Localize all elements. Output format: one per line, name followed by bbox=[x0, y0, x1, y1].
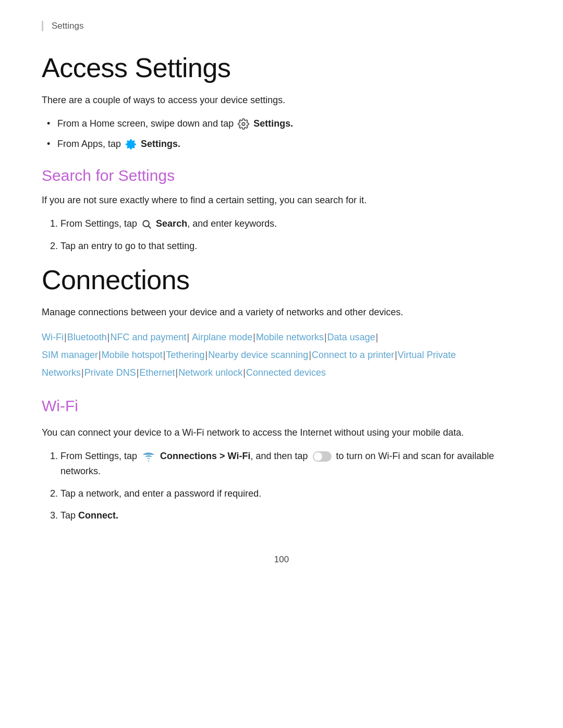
search-step1-suffix: , and enter keywords. bbox=[187, 218, 277, 229]
svg-point-0 bbox=[242, 122, 245, 126]
link-mobile-networks[interactable]: Mobile networks bbox=[256, 332, 324, 342]
link-hotspot[interactable]: Mobile hotspot bbox=[102, 350, 163, 360]
wifi-step3-prefix: Tap bbox=[60, 510, 76, 521]
link-ethernet[interactable]: Ethernet bbox=[139, 367, 175, 378]
search-step1-prefix: From Settings, tap bbox=[60, 218, 137, 229]
link-nfc[interactable]: NFC and payment bbox=[110, 332, 186, 342]
link-airplane[interactable]: Airplane mode bbox=[192, 332, 252, 342]
bullet2-bold: Settings. bbox=[141, 139, 180, 149]
bullet1-bold: Settings. bbox=[253, 118, 293, 129]
link-dns[interactable]: Private DNS bbox=[84, 367, 136, 378]
wifi-step-2: Tap a network, and enter a password if r… bbox=[60, 486, 521, 501]
svg-point-4 bbox=[148, 461, 149, 462]
breadcrumb: Settings bbox=[42, 21, 521, 31]
search-settings-intro: If you are not sure exactly where to fin… bbox=[42, 193, 521, 208]
wifi-step-3: Tap Connect. bbox=[60, 508, 521, 523]
link-wifi[interactable]: Wi-Fi bbox=[42, 332, 64, 342]
search-step1-bold: Search bbox=[156, 218, 187, 229]
search-step-1: From Settings, tap Search, and enter key… bbox=[60, 216, 521, 231]
toggle-icon bbox=[313, 451, 332, 462]
bullet-item-2: From Apps, tap Settings. bbox=[47, 137, 521, 152]
search-step-2: Tap an entry to go to that setting. bbox=[60, 239, 521, 254]
wifi-section-title: Wi-Fi bbox=[42, 397, 521, 415]
link-bluetooth[interactable]: Bluetooth bbox=[67, 332, 107, 342]
gear-icon-colored bbox=[125, 139, 137, 150]
search-settings-title: Search for Settings bbox=[42, 167, 521, 184]
wifi-step1-prefix: From Settings, tap bbox=[60, 451, 137, 461]
wifi-step-1: From Settings, tap Connections > Wi-Fi, … bbox=[60, 449, 521, 479]
connections-intro: Manage connections between your device a… bbox=[42, 305, 521, 320]
search-icon bbox=[141, 219, 152, 229]
access-settings-bullets: From a Home screen, swipe down and tap S… bbox=[42, 116, 521, 152]
link-nearby[interactable]: Nearby device scanning bbox=[208, 350, 308, 360]
wifi-step1-middle: , and then tap bbox=[250, 451, 308, 461]
bullet-item-1: From a Home screen, swipe down and tap S… bbox=[47, 116, 521, 131]
wifi-icon bbox=[142, 450, 155, 463]
link-data-usage[interactable]: Data usage bbox=[327, 332, 375, 342]
bullet2-prefix: From Apps, tap bbox=[57, 139, 121, 149]
connections-title: Connections bbox=[42, 264, 521, 295]
link-connected-devices[interactable]: Connected devices bbox=[246, 367, 326, 378]
wifi-section-intro: You can connect your device to a Wi-Fi n… bbox=[42, 425, 521, 440]
wifi-step3-bold: Connect. bbox=[78, 510, 118, 521]
link-network-unlock[interactable]: Network unlock bbox=[178, 367, 242, 378]
link-printer[interactable]: Connect to a printer bbox=[312, 350, 394, 360]
search-settings-steps: From Settings, tap Search, and enter key… bbox=[42, 216, 521, 254]
connections-links: Wi-Fi|Bluetooth|NFC and payment| Airplan… bbox=[42, 328, 521, 382]
wifi-steps: From Settings, tap Connections > Wi-Fi, … bbox=[42, 449, 521, 523]
svg-point-2 bbox=[143, 221, 149, 227]
gear-icon-gray bbox=[238, 118, 249, 130]
access-settings-intro: There are a couple of ways to access you… bbox=[42, 93, 521, 108]
bullet1-prefix: From a Home screen, swipe down and tap bbox=[57, 118, 234, 129]
svg-line-3 bbox=[149, 226, 151, 229]
link-tethering[interactable]: Tethering bbox=[166, 350, 205, 360]
access-settings-title: Access Settings bbox=[42, 52, 521, 83]
wifi-step1-bold1: Connections > Wi-Fi bbox=[160, 451, 250, 461]
link-sim[interactable]: SIM manager bbox=[42, 350, 98, 360]
page-footer: 100 bbox=[42, 554, 521, 565]
